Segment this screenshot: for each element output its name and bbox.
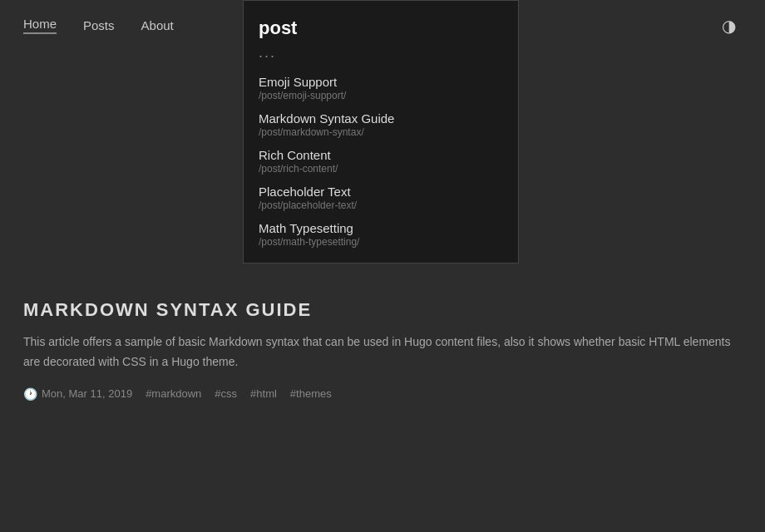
main-content: MARKDOWN SYNTAX GUIDE This article offer…	[0, 274, 765, 417]
site-header: Home Posts About ◑ post ... Emoji Suppor…	[0, 0, 765, 51]
article-title: MARKDOWN SYNTAX GUIDE	[23, 299, 742, 321]
tag-html[interactable]: #html	[250, 387, 277, 400]
theme-toggle-button[interactable]: ◑	[715, 12, 742, 39]
dropdown-item-rich[interactable]: Rich Content /post/rich-content/	[244, 143, 518, 180]
nav-home[interactable]: Home	[23, 17, 57, 34]
dropdown-item-url: /post/rich-content/	[259, 163, 503, 175]
clock-icon: 🕐	[23, 387, 37, 401]
dropdown-item-markdown[interactable]: Markdown Syntax Guide /post/markdown-syn…	[244, 106, 518, 143]
dropdown-item-math[interactable]: Math Typesetting /post/math-typesetting/	[244, 216, 518, 253]
article-date: Mon, Mar 11, 2019	[42, 387, 132, 400]
dropdown-item-url: /post/emoji-support/	[259, 90, 503, 101]
dropdown-item-title: Rich Content	[259, 148, 503, 162]
nav-about[interactable]: About	[141, 18, 174, 32]
tag-themes[interactable]: #themes	[290, 387, 332, 400]
main-nav: Home Posts About	[23, 17, 174, 34]
posts-dropdown: post ... Emoji Support /post/emoji-suppo…	[243, 0, 519, 264]
dropdown-item-url: /post/markdown-syntax/	[259, 126, 503, 138]
dropdown-more-icon[interactable]: ...	[244, 44, 518, 70]
nav-posts[interactable]: Posts	[83, 18, 115, 32]
article-meta: 🕐 Mon, Mar 11, 2019 #markdown #css #html…	[23, 387, 742, 401]
tag-css[interactable]: #css	[215, 387, 237, 400]
dropdown-item-url: /post/placeholder-text/	[259, 200, 503, 211]
dropdown-item-emoji[interactable]: Emoji Support /post/emoji-support/	[244, 70, 518, 106]
article-date-container: 🕐 Mon, Mar 11, 2019	[23, 387, 132, 401]
dropdown-item-title: Emoji Support	[259, 75, 503, 89]
article-excerpt: This article offers a sample of basic Ma…	[23, 332, 742, 372]
dropdown-item-title: Markdown Syntax Guide	[259, 111, 503, 126]
tag-markdown[interactable]: #markdown	[146, 387, 201, 400]
dropdown-item-title: Placeholder Text	[259, 185, 503, 199]
dropdown-item-placeholder[interactable]: Placeholder Text /post/placeholder-text/	[244, 180, 518, 216]
dropdown-item-url: /post/math-typesetting/	[259, 236, 503, 248]
header-controls: ◑	[715, 12, 742, 39]
dropdown-title: post	[244, 14, 518, 44]
dropdown-item-title: Math Typesetting	[259, 221, 503, 235]
